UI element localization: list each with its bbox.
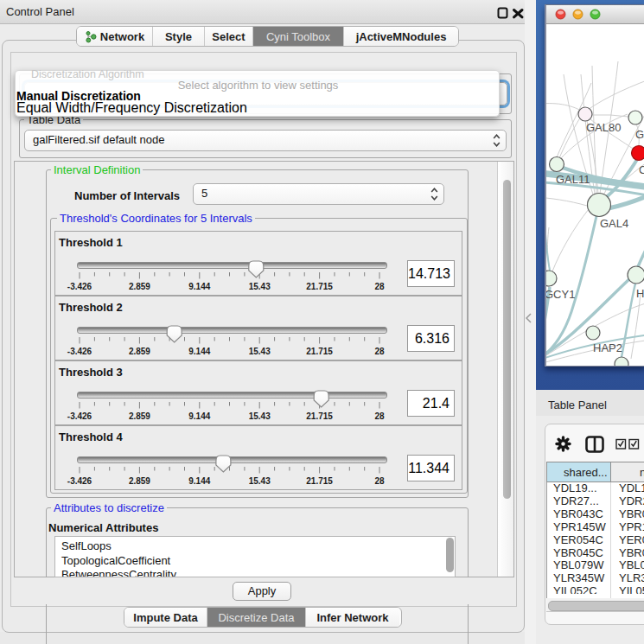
svg-text:HAP2: HAP2 [593,341,622,354]
svg-text:CY: CY [639,163,644,176]
svg-text:GAL80: GAL80 [586,121,621,134]
svg-text:GCY1: GCY1 [546,288,575,301]
svg-text:HA: HA [636,287,644,300]
svg-text:GA: GA [635,128,644,141]
svg-text:GAL11: GAL11 [556,173,590,186]
svg-text:GAL4: GAL4 [600,217,628,230]
